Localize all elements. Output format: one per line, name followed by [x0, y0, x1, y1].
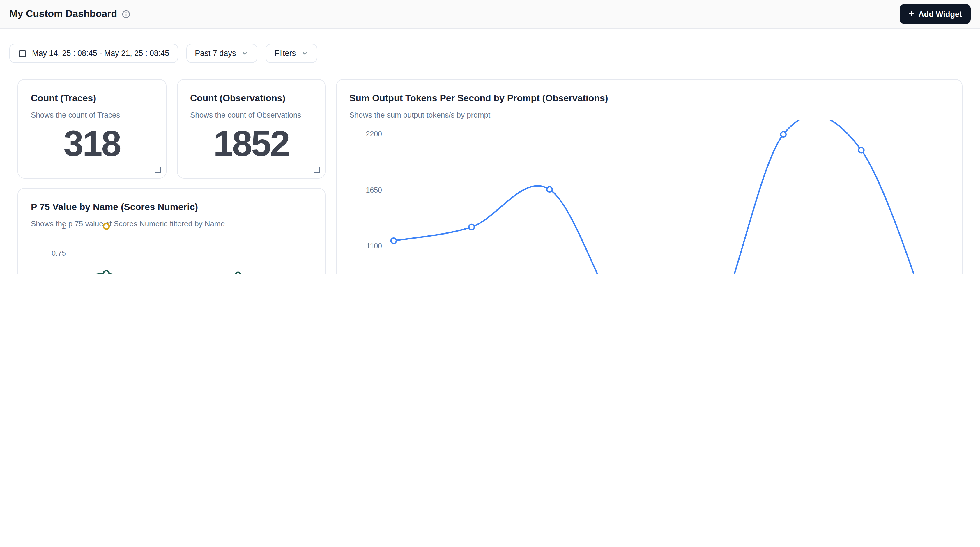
- page-header: My Custom Dashboard + Add Widget: [0, 0, 980, 29]
- info-icon[interactable]: [122, 10, 130, 18]
- widget-description: Shows the count of Observations: [190, 111, 312, 120]
- widget-title: Sum Output Tokens Per Second by Prompt (…: [349, 92, 949, 104]
- resize-handle-icon[interactable]: [314, 167, 320, 173]
- svg-text:2200: 2200: [366, 130, 382, 138]
- svg-text:1100: 1100: [366, 242, 382, 250]
- resize-handle-icon[interactable]: [154, 167, 161, 173]
- date-range-picker[interactable]: May 14, 25 : 08:45 - May 21, 25 : 08:45: [9, 44, 178, 63]
- add-widget-label: Add Widget: [918, 10, 962, 18]
- chevron-down-icon: [301, 49, 309, 57]
- svg-text:1: 1: [62, 222, 66, 230]
- chevron-down-icon: [241, 49, 249, 57]
- range-preset-select[interactable]: Past 7 days: [186, 44, 258, 63]
- filters-label: Filters: [274, 49, 296, 58]
- plus-icon: +: [908, 9, 914, 19]
- widget-description: Shows the sum output tokens/s by prompt: [349, 111, 949, 120]
- tokens-line-chart: 05501100165022005/15/25, 02:00 AM5/17/25…: [348, 120, 949, 274]
- toolbar: May 14, 25 : 08:45 - May 21, 25 : 08:45 …: [9, 44, 971, 63]
- range-preset-label: Past 7 days: [195, 49, 236, 58]
- calendar-icon: [18, 49, 27, 58]
- widget-description: Shows the count of Traces: [31, 111, 153, 120]
- date-range-label: May 14, 25 : 08:45 - May 21, 25 : 08:45: [32, 49, 169, 58]
- widget-count-traces: Count (Traces) Shows the count of Traces…: [18, 79, 166, 179]
- widget-title: Count (Traces): [31, 92, 153, 104]
- p75-line-chart: 00.250.50.7515/17/25, 02:00 AM5/21/25, 0…: [31, 218, 310, 274]
- svg-text:1650: 1650: [366, 186, 382, 194]
- page-title: My Custom Dashboard: [9, 8, 117, 20]
- widget-title: P 75 Value by Name (Scores Numeric): [31, 201, 312, 213]
- add-widget-button[interactable]: + Add Widget: [900, 4, 971, 24]
- svg-text:0.75: 0.75: [51, 249, 66, 257]
- widget-title: Count (Observations): [190, 92, 312, 104]
- filters-button[interactable]: Filters: [266, 44, 317, 63]
- widget-count-observations: Count (Observations) Shows the count of …: [177, 79, 326, 179]
- widget-tokens-chart: Sum Output Tokens Per Second by Prompt (…: [336, 79, 963, 274]
- widget-p75-value-chart: P 75 Value by Name (Scores Numeric) Show…: [18, 188, 326, 274]
- count-traces-value: 318: [64, 126, 120, 162]
- count-observations-value: 1852: [213, 126, 289, 162]
- widget-grid: Count (Traces) Shows the count of Traces…: [18, 79, 963, 274]
- dashboard-page: My Custom Dashboard + Add Widget: [0, 0, 980, 274]
